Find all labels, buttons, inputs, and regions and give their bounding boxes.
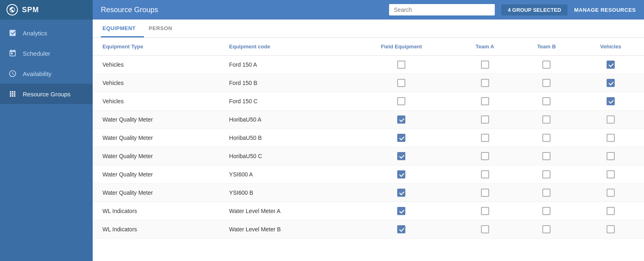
checkbox-team-b[interactable] [542, 61, 550, 69]
checkbox-team-b[interactable] [542, 97, 550, 105]
checkbox-team-a[interactable] [481, 79, 489, 87]
cell-team-a [454, 74, 516, 92]
checkbox-vehicles-col[interactable] [607, 152, 615, 160]
checkbox-field-equipment[interactable] [397, 207, 405, 215]
checkbox-team-a[interactable] [481, 134, 489, 142]
manage-resources-button[interactable]: MANAGE RESOURCES [574, 7, 636, 13]
checkbox-team-b[interactable] [542, 79, 550, 87]
cell-equipment-type: Vehicles [93, 92, 223, 111]
checkbox-team-a[interactable] [481, 170, 489, 178]
cell-vehicles-col [577, 147, 644, 165]
table-row: WL Indicators Water Level Meter B [93, 220, 644, 239]
cell-team-b [516, 111, 577, 129]
col-team-a[interactable]: Team A [454, 38, 516, 56]
checkbox-team-b[interactable] [542, 225, 550, 233]
checkbox-team-b[interactable] [542, 170, 550, 178]
checkbox-field-equipment[interactable] [397, 97, 405, 105]
cell-equipment-code: Ford 150 B [223, 74, 349, 92]
checkbox-field-equipment[interactable] [397, 225, 405, 233]
app-globe-icon [7, 4, 18, 15]
checkbox-team-b[interactable] [542, 207, 550, 215]
table-row: Water Quality Meter YSI600 B [93, 184, 644, 202]
sidebar-item-scheduler[interactable]: Scheduler [0, 43, 93, 63]
checkbox-field-equipment[interactable] [397, 61, 405, 69]
sidebar-item-resource-groups[interactable]: Resource Groups [0, 84, 93, 104]
cell-field-equipment [349, 165, 454, 184]
checkbox-team-a[interactable] [481, 61, 489, 69]
table-row: Vehicles Ford 150 C [93, 92, 644, 111]
cell-equipment-code: Ford 150 C [223, 92, 349, 111]
search-input[interactable] [389, 4, 495, 15]
cell-vehicles-col [577, 74, 644, 92]
cell-team-a [454, 92, 516, 111]
cell-team-b [516, 56, 577, 74]
cell-team-a [454, 129, 516, 147]
cell-equipment-code: HoribaU50 B [223, 129, 349, 147]
cell-field-equipment [349, 92, 454, 111]
checkbox-vehicles-col[interactable] [607, 207, 615, 215]
cell-team-b [516, 129, 577, 147]
checkbox-team-b[interactable] [542, 134, 550, 142]
cell-equipment-type: Water Quality Meter [93, 184, 223, 202]
cell-team-a [454, 147, 516, 165]
table-row: Water Quality Meter HoribaU50 A [93, 111, 644, 129]
sidebar: SPM Analytics Scheduler [0, 0, 93, 261]
table-row: Water Quality Meter YSI600 A [93, 165, 644, 184]
checkbox-vehicles-col[interactable] [607, 97, 615, 105]
cell-vehicles-col [577, 184, 644, 202]
checkbox-team-a[interactable] [481, 189, 489, 197]
table-body: Vehicles Ford 150 A [93, 56, 644, 239]
checkbox-field-equipment[interactable] [397, 115, 405, 124]
checkbox-field-equipment[interactable] [397, 79, 405, 87]
checkbox-field-equipment[interactable] [397, 134, 405, 142]
checkbox-team-b[interactable] [542, 189, 550, 197]
table-container: Equipment Type Equipment code Field Equi… [93, 38, 644, 261]
checkbox-team-a[interactable] [481, 225, 489, 233]
cell-team-a [454, 202, 516, 220]
page-title: Resource Groups [101, 6, 383, 14]
cell-field-equipment [349, 147, 454, 165]
topbar: Resource Groups 4 GROUP SELECTED MANAGE … [93, 0, 644, 20]
checkbox-vehicles-col[interactable] [607, 79, 615, 87]
checkbox-field-equipment[interactable] [397, 152, 405, 160]
checkbox-field-equipment[interactable] [397, 170, 405, 178]
checkbox-team-b[interactable] [542, 152, 550, 160]
col-equipment-code[interactable]: Equipment code [223, 38, 349, 56]
cell-vehicles-col [577, 129, 644, 147]
cell-field-equipment [349, 184, 454, 202]
checkbox-vehicles-col[interactable] [607, 189, 615, 197]
sidebar-item-availability[interactable]: Availability [0, 63, 93, 84]
cell-team-b [516, 184, 577, 202]
checkbox-team-a[interactable] [481, 115, 489, 124]
analytics-label: Analytics [23, 30, 47, 37]
resource-table: Equipment Type Equipment code Field Equi… [93, 38, 644, 239]
checkbox-vehicles-col[interactable] [607, 225, 615, 233]
table-row: Water Quality Meter HoribaU50 B [93, 129, 644, 147]
cell-team-a [454, 56, 516, 74]
checkbox-team-a[interactable] [481, 207, 489, 215]
col-vehicles[interactable]: Vehicles [577, 38, 644, 56]
cell-equipment-type: WL Indicators [93, 202, 223, 220]
col-team-b[interactable]: Team B [516, 38, 577, 56]
checkbox-field-equipment[interactable] [397, 189, 405, 197]
cell-vehicles-col [577, 56, 644, 74]
sidebar-header: SPM [0, 0, 93, 20]
cell-field-equipment [349, 220, 454, 239]
checkbox-vehicles-col[interactable] [607, 170, 615, 178]
col-equipment-type[interactable]: Equipment Type [93, 38, 223, 56]
checkbox-team-b[interactable] [542, 115, 550, 124]
tab-bar: EQUIPMENT PERSON [93, 20, 644, 38]
sidebar-item-analytics[interactable]: Analytics [0, 23, 93, 43]
checkbox-team-a[interactable] [481, 152, 489, 160]
cell-team-a [454, 111, 516, 129]
checkbox-vehicles-col[interactable] [607, 115, 615, 124]
checkbox-vehicles-col[interactable] [607, 134, 615, 142]
tab-equipment[interactable]: EQUIPMENT [101, 20, 144, 37]
cell-team-a [454, 165, 516, 184]
checkbox-team-a[interactable] [481, 97, 489, 105]
col-field-equipment[interactable]: Field Equipment [349, 38, 454, 56]
checkbox-vehicles-col[interactable] [607, 61, 615, 69]
cell-team-b [516, 92, 577, 111]
tab-person[interactable]: PERSON [147, 20, 181, 37]
cell-equipment-type: Water Quality Meter [93, 165, 223, 184]
